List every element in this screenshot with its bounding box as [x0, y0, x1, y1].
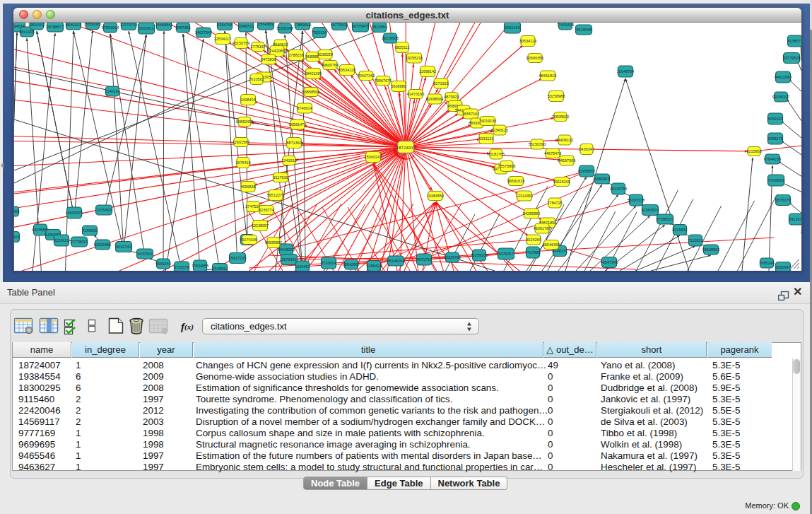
svg-text:10648784: 10648784: [617, 69, 634, 74]
svg-text:8273315: 8273315: [433, 81, 448, 86]
svg-text:56397338: 56397338: [628, 198, 645, 202]
svg-text:9191131: 9191131: [478, 136, 493, 141]
svg-text:15134794: 15134794: [610, 187, 627, 191]
svg-text:6871360: 6871360: [286, 141, 301, 145]
svg-text:69401199: 69401199: [305, 71, 322, 76]
svg-text:4656838: 4656838: [240, 185, 255, 189]
svg-text:70505620: 70505620: [552, 115, 569, 119]
svg-text:8315831: 8315831: [672, 228, 687, 232]
svg-text:40150759: 40150759: [233, 41, 249, 45]
svg-text:19218506: 19218506: [382, 36, 399, 40]
svg-text:92666356: 92666356: [526, 56, 543, 60]
svg-text:99788677: 99788677: [47, 25, 64, 29]
svg-text:99245317: 99245317: [772, 95, 789, 99]
svg-text:12601580: 12601580: [233, 140, 249, 144]
svg-text:75181765: 75181765: [488, 152, 505, 156]
svg-text:62343121: 62343121: [491, 128, 508, 132]
svg-text:6049101: 6049101: [767, 117, 782, 121]
svg-text:7110622: 7110622: [688, 238, 702, 243]
svg-text:2140194: 2140194: [105, 89, 119, 93]
svg-text:9519948: 9519948: [576, 28, 591, 32]
svg-text:7784725: 7784725: [547, 201, 562, 205]
svg-text:15300243: 15300243: [365, 155, 382, 159]
svg-text:82909480: 82909480: [94, 243, 111, 247]
svg-text:3024269: 3024269: [526, 238, 541, 242]
svg-text:8930103: 8930103: [66, 23, 81, 27]
svg-text:27778019: 27778019: [71, 240, 88, 244]
svg-text:53779528: 53779528: [783, 56, 800, 60]
svg-text:7199635: 7199635: [82, 228, 97, 233]
svg-text:4841005: 4841005: [19, 30, 34, 34]
svg-text:19384554: 19384554: [427, 194, 444, 198]
svg-text:66581473: 66581473: [289, 122, 306, 127]
svg-text:34627347: 34627347: [195, 30, 212, 35]
svg-text:91363974: 91363974: [642, 208, 659, 212]
svg-text:13326769: 13326769: [444, 255, 461, 259]
svg-text:5186414: 5186414: [366, 264, 381, 268]
svg-text:79967676: 79967676: [375, 78, 392, 83]
svg-text:1341919: 1341919: [281, 158, 296, 163]
svg-text:17869910: 17869910: [294, 23, 311, 27]
svg-text:96691619: 96691619: [507, 179, 524, 183]
svg-text:7610562: 7610562: [249, 77, 264, 81]
svg-text:15917225: 15917225: [229, 256, 246, 260]
svg-text:84597009: 84597009: [558, 158, 575, 163]
svg-text:60882459: 60882459: [236, 119, 253, 124]
svg-text:58942697: 58942697: [343, 262, 360, 267]
svg-text:3475836: 3475836: [261, 57, 276, 62]
svg-text:2016911: 2016911: [139, 26, 153, 30]
svg-text:8746014: 8746014: [297, 106, 312, 110]
svg-text:(x): (x): [184, 322, 194, 332]
svg-text:9997381: 9997381: [175, 25, 190, 30]
svg-text:77834855: 77834855: [192, 264, 208, 268]
svg-text:5476257: 5476257: [498, 252, 513, 256]
svg-text:85146293: 85146293: [387, 259, 404, 263]
svg-text:34406132: 34406132: [556, 138, 573, 142]
svg-text:72409658: 72409658: [767, 178, 784, 182]
svg-text:9576076: 9576076: [775, 198, 790, 202]
svg-text:87844239: 87844239: [764, 157, 781, 161]
svg-text:2548511: 2548511: [212, 267, 227, 271]
svg-text:18724007: 18724007: [396, 146, 416, 150]
svg-text:22534217: 22534217: [214, 37, 231, 41]
svg-text:65259205: 65259205: [471, 253, 488, 257]
svg-text:82498004: 82498004: [426, 97, 443, 101]
svg-text:6033115: 6033115: [14, 235, 20, 239]
svg-text:6022741: 6022741: [116, 245, 131, 249]
svg-text:5682940: 5682940: [775, 265, 790, 269]
svg-text:19255216: 19255216: [406, 56, 423, 60]
svg-text:8813054: 8813054: [372, 25, 387, 29]
svg-text:9215958: 9215958: [746, 149, 761, 153]
svg-text:87388337: 87388337: [657, 217, 673, 221]
svg-text:4971793: 4971793: [416, 257, 431, 262]
svg-text:24665841: 24665841: [155, 23, 172, 27]
svg-text:44999379: 44999379: [66, 211, 83, 215]
svg-text:6825112: 6825112: [394, 45, 409, 49]
svg-text:17270733: 17270733: [120, 23, 137, 27]
svg-text:40547349: 40547349: [601, 260, 618, 264]
svg-text:3117636: 3117636: [273, 175, 288, 180]
svg-text:30776478: 30776478: [352, 24, 369, 28]
svg-text:1775337: 1775337: [250, 45, 265, 49]
svg-text:12314351: 12314351: [516, 194, 533, 198]
svg-text:35556386: 35556386: [84, 23, 101, 26]
svg-text:5074336: 5074336: [242, 238, 257, 242]
svg-text:2436347: 2436347: [579, 147, 594, 151]
svg-text:1604451: 1604451: [295, 264, 310, 269]
svg-text:5569244: 5569244: [155, 262, 170, 266]
svg-text:6098175: 6098175: [767, 136, 782, 141]
svg-text:2264748: 2264748: [217, 23, 232, 27]
svg-text:75575808: 75575808: [498, 164, 515, 168]
svg-text:6261415: 6261415: [505, 25, 519, 30]
svg-text:26090908: 26090908: [14, 209, 19, 214]
svg-text:2229110: 2229110: [54, 238, 69, 243]
svg-text:5382463: 5382463: [594, 177, 609, 181]
svg-text:46361787: 46361787: [534, 226, 551, 230]
svg-text:5606980: 5606980: [391, 84, 406, 88]
svg-text:2564689: 2564689: [258, 23, 273, 26]
svg-text:93638503: 93638503: [702, 247, 719, 252]
svg-text:70407340: 70407340: [358, 74, 375, 78]
svg-text:99600766: 99600766: [322, 63, 339, 67]
svg-text:99115205: 99115205: [553, 180, 570, 184]
svg-text:2408404: 2408404: [240, 98, 255, 102]
